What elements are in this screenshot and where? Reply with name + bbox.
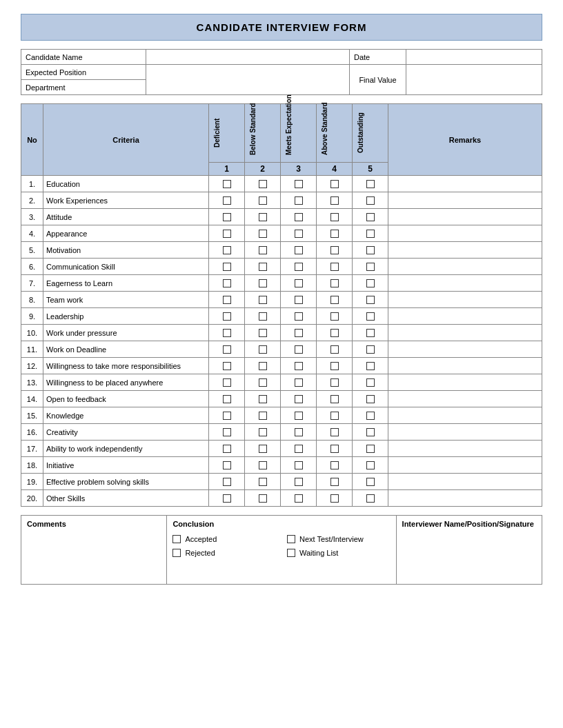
score-checkbox-2[interactable] (245, 242, 281, 259)
score-checkbox-4[interactable] (317, 358, 353, 374)
score-checkbox-1[interactable] (209, 308, 245, 325)
checkbox-score-3[interactable] (295, 230, 303, 238)
checkbox-score-5[interactable] (366, 213, 375, 221)
score-checkbox-3[interactable] (281, 325, 317, 341)
checkbox-score-4[interactable] (330, 478, 339, 486)
score-checkbox-2[interactable] (245, 325, 281, 341)
checkbox-score-5[interactable] (366, 246, 375, 254)
comments-cell[interactable]: Comments (21, 516, 167, 585)
score-checkbox-4[interactable] (317, 225, 353, 242)
checkbox-score-1[interactable] (223, 461, 231, 469)
checkbox-score-2[interactable] (259, 180, 267, 188)
checkbox-score-2[interactable] (259, 230, 267, 238)
checkbox-score-5[interactable] (366, 461, 375, 469)
score-checkbox-2[interactable] (245, 259, 281, 275)
score-checkbox-2[interactable] (245, 209, 281, 225)
checkbox-score-1[interactable] (223, 362, 231, 370)
row-remarks[interactable] (388, 358, 542, 374)
score-checkbox-3[interactable] (281, 292, 317, 308)
score-checkbox-1[interactable] (209, 209, 245, 225)
score-checkbox-4[interactable] (317, 308, 353, 325)
checkbox-score-2[interactable] (259, 412, 267, 420)
score-checkbox-3[interactable] (281, 407, 317, 424)
score-checkbox-2[interactable] (245, 176, 281, 192)
score-checkbox-2[interactable] (245, 391, 281, 407)
interviewer-cell[interactable]: Interviewer Name/Position/Signature (396, 516, 542, 585)
checkbox-score-4[interactable] (330, 312, 339, 321)
checkbox-score-4[interactable] (330, 395, 339, 403)
checkbox-score-1[interactable] (223, 445, 231, 453)
score-checkbox-4[interactable] (317, 391, 353, 407)
checkbox-score-3[interactable] (295, 412, 303, 420)
score-checkbox-4[interactable] (317, 407, 353, 424)
row-remarks[interactable] (388, 242, 542, 259)
checkbox-score-4[interactable] (330, 263, 339, 271)
score-checkbox-4[interactable] (317, 374, 353, 391)
row-remarks[interactable] (388, 225, 542, 242)
score-checkbox-2[interactable] (245, 407, 281, 424)
score-checkbox-5[interactable] (353, 209, 388, 225)
checkbox-score-2[interactable] (259, 329, 267, 337)
score-checkbox-4[interactable] (317, 209, 353, 225)
checkbox-score-3[interactable] (295, 213, 303, 221)
score-checkbox-5[interactable] (353, 192, 388, 209)
checkbox-score-1[interactable] (223, 478, 231, 486)
checkbox-score-2[interactable] (259, 428, 267, 436)
score-checkbox-4[interactable] (317, 457, 353, 474)
score-checkbox-3[interactable] (281, 225, 317, 242)
score-checkbox-5[interactable] (353, 441, 388, 457)
score-checkbox-3[interactable] (281, 259, 317, 275)
checkbox-score-1[interactable] (223, 494, 231, 503)
accepted-item[interactable]: Accepted (172, 535, 276, 543)
score-checkbox-4[interactable] (317, 259, 353, 275)
row-remarks[interactable] (388, 192, 542, 209)
next-test-item[interactable]: Next Test/Interview (287, 535, 391, 543)
score-checkbox-1[interactable] (209, 358, 245, 374)
score-checkbox-5[interactable] (353, 457, 388, 474)
checkbox-score-4[interactable] (330, 445, 339, 453)
score-checkbox-5[interactable] (353, 358, 388, 374)
score-checkbox-5[interactable] (353, 292, 388, 308)
score-checkbox-4[interactable] (317, 424, 353, 441)
checkbox-score-5[interactable] (366, 494, 375, 503)
score-checkbox-1[interactable] (209, 441, 245, 457)
row-remarks[interactable] (388, 407, 542, 424)
score-checkbox-4[interactable] (317, 325, 353, 341)
score-checkbox-5[interactable] (353, 176, 388, 192)
score-checkbox-4[interactable] (317, 341, 353, 358)
row-remarks[interactable] (388, 441, 542, 457)
checkbox-score-1[interactable] (223, 263, 231, 271)
checkbox-score-1[interactable] (223, 329, 231, 337)
rejected-checkbox[interactable] (172, 549, 181, 557)
score-checkbox-1[interactable] (209, 391, 245, 407)
score-checkbox-5[interactable] (353, 325, 388, 341)
checkbox-score-4[interactable] (330, 296, 339, 304)
checkbox-score-5[interactable] (366, 378, 375, 387)
checkbox-score-2[interactable] (259, 296, 267, 304)
score-checkbox-2[interactable] (245, 225, 281, 242)
score-checkbox-2[interactable] (245, 374, 281, 391)
row-remarks[interactable] (388, 424, 542, 441)
score-checkbox-4[interactable] (317, 242, 353, 259)
row-remarks[interactable] (388, 275, 542, 292)
score-checkbox-1[interactable] (209, 192, 245, 209)
checkbox-score-3[interactable] (295, 246, 303, 254)
checkbox-score-4[interactable] (330, 329, 339, 337)
checkbox-score-1[interactable] (223, 312, 231, 321)
checkbox-score-3[interactable] (295, 296, 303, 304)
checkbox-score-1[interactable] (223, 378, 231, 387)
score-checkbox-5[interactable] (353, 474, 388, 490)
checkbox-score-5[interactable] (366, 263, 375, 271)
checkbox-score-2[interactable] (259, 478, 267, 486)
candidate-name-value[interactable] (146, 50, 349, 65)
checkbox-score-5[interactable] (366, 196, 375, 205)
score-checkbox-1[interactable] (209, 374, 245, 391)
checkbox-score-5[interactable] (366, 296, 375, 304)
rejected-item[interactable]: Rejected (172, 549, 276, 557)
score-checkbox-5[interactable] (353, 490, 388, 507)
checkbox-score-1[interactable] (223, 180, 231, 188)
score-checkbox-3[interactable] (281, 209, 317, 225)
checkbox-score-3[interactable] (295, 180, 303, 188)
score-checkbox-3[interactable] (281, 275, 317, 292)
score-checkbox-4[interactable] (317, 490, 353, 507)
